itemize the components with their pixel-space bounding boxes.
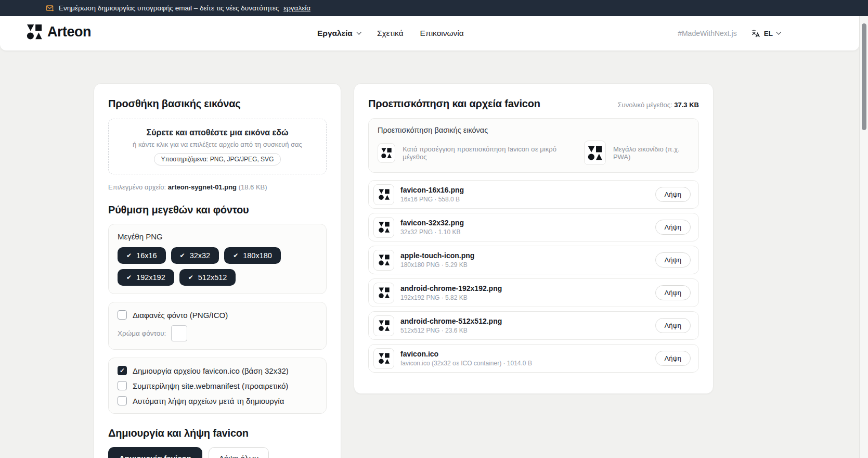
generate-title: Δημιουργία και λήψη favicon [108, 427, 327, 439]
favicon-generator-page: Ενημέρωση δημιουργίας υπογραφής email – … [0, 0, 868, 458]
size-chip-192x192[interactable]: ✔192x192 [118, 269, 174, 286]
preview-box-title: Προεπισκόπηση βασικής εικόνας [378, 126, 690, 134]
download-button[interactable]: Λήψη [655, 351, 691, 366]
file-thumbnail [373, 283, 394, 303]
png-sizes-box: Μεγέθη PNG ✔16x16 ✔32x32 ✔180x180 ✔192x1… [108, 224, 327, 294]
background-box: Διαφανές φόντο (PNG/ICO) Χρώμα φόντου: [108, 302, 327, 350]
check-icon: ✔ [180, 252, 185, 259]
checkbox-unchecked-icon[interactable] [118, 310, 127, 320]
bg-color-row: Χρώμα φόντου: [118, 325, 317, 341]
main-nav: Εργαλεία Σχετικά Επικοινωνία [317, 16, 464, 50]
small-preview-caption: Κατά προσέγγιση προεπισκόπηση favicon σε… [403, 145, 563, 161]
file-thumbnail [373, 184, 394, 205]
file-name: favicon.ico [400, 349, 532, 359]
generate-favicon-button[interactable]: Δημιουργία favicon [108, 447, 202, 458]
file-name: apple-touch-icon.png [400, 251, 474, 261]
file-thumbnail [373, 315, 394, 336]
announcement-text: Ενημέρωση δημιουργίας υπογραφής email – … [59, 4, 279, 12]
file-info: android-chrome-512x512.png 512x512 PNG ·… [400, 316, 502, 335]
size-chip-180x180[interactable]: ✔180x180 [224, 247, 281, 264]
file-meta: 192x192 PNG · 5.82 KB [400, 294, 502, 302]
selected-file-size: (18.6 KB) [239, 183, 267, 191]
announcement-link[interactable]: εργαλεία [283, 4, 310, 12]
file-info: favicon-16x16.png 16x16 PNG · 558.0 B [400, 185, 464, 203]
size-chip-16x16[interactable]: ✔16x16 [118, 247, 166, 264]
selected-file-name: arteon-sygnet-01.png [168, 183, 237, 191]
nav-item-about[interactable]: Σχετικά [377, 29, 404, 38]
checkbox-checked-icon[interactable]: ✓ [118, 366, 127, 375]
transparent-bg-checkbox-row[interactable]: Διαφανές φόντο (PNG/ICO) [118, 310, 317, 320]
base-image-preview-box: Προεπισκόπηση βασικής εικόνας Κατά προσέ… [368, 118, 699, 173]
announcement-banner: Ενημέρωση δημιουργίας υπογραφής email – … [0, 0, 868, 16]
small-favicon-preview [378, 143, 395, 163]
settings-title: Ρύθμιση μεγεθών και φόντου [108, 204, 327, 216]
preview-panel-header: Προεπισκόπηση και αρχεία favicon Συνολικ… [368, 98, 699, 110]
email-signature-icon [46, 4, 54, 12]
check-icon: ✔ [126, 274, 132, 281]
file-meta: 180x180 PNG · 5.29 KB [400, 261, 474, 269]
file-row-favicon-16: favicon-16x16.png 16x16 PNG · 558.0 B Λή… [368, 180, 699, 209]
made-with-badge: #MadeWithNext.js [678, 29, 737, 37]
size-chip-512x512[interactable]: ✔512x512 [179, 269, 236, 286]
download-all-button[interactable]: Λήψη όλων [209, 447, 269, 458]
arteon-favicon-icon [587, 145, 603, 161]
file-info: apple-touch-icon.png 180x180 PNG · 5.29 … [400, 251, 474, 269]
upload-settings-panel: Προσθήκη βασικής εικόνας Σύρετε και αποθ… [94, 83, 341, 458]
option-webmanifest-row[interactable]: Συμπερίληψη site.webmanifest (προαιρετικ… [118, 381, 317, 390]
size-chip-32x32[interactable]: ✔32x32 [171, 247, 219, 264]
total-size: Συνολικό μέγεθος: 37.3 KB [618, 101, 699, 109]
file-row-favicon-32: favicon-32x32.png 32x32 PNG · 1.10 KB Λή… [368, 213, 699, 241]
file-name: android-chrome-192x192.png [400, 284, 502, 294]
large-preview-caption: Μεγάλο εικονίδιο (π.χ. PWA) [613, 145, 690, 161]
brand-logo[interactable]: Arteon [26, 23, 91, 40]
page-scrollbar[interactable] [859, 16, 868, 458]
site-header: Arteon Εργαλεία Σχετικά Επικοινωνία #Mad… [0, 16, 859, 50]
chevron-down-icon [776, 29, 781, 34]
selected-file-line: Επιλεγμένο αρχείο: arteon-sygnet-01.png … [108, 183, 327, 191]
check-icon: ✔ [126, 252, 132, 259]
file-row-favicon-ico: favicon.ico favicon.ico (32x32 σε ICO co… [368, 344, 699, 373]
file-row-android-192: android-chrome-192x192.png 192x192 PNG ·… [368, 278, 699, 307]
dropzone-line2: ή κάντε κλικ για να επιλέξετε αρχείο από… [133, 141, 302, 148]
arteon-favicon-icon [378, 352, 390, 364]
download-button[interactable]: Λήψη [655, 252, 691, 268]
checkbox-unchecked-icon[interactable] [118, 381, 127, 390]
download-button[interactable]: Λήψη [655, 318, 691, 333]
file-thumbnail [373, 217, 394, 238]
arteon-favicon-icon [378, 188, 390, 200]
language-code: EL [764, 30, 773, 37]
download-button[interactable]: Λήψη [655, 285, 691, 300]
preview-box-row: Κατά προσέγγιση προεπισκόπηση favicon σε… [378, 141, 690, 165]
language-selector[interactable]: EL [750, 29, 780, 39]
file-info: android-chrome-192x192.png 192x192 PNG ·… [400, 284, 502, 302]
nav-item-tools[interactable]: Εργαλεία [317, 29, 360, 38]
file-name: favicon-16x16.png [400, 185, 464, 195]
translate-icon [750, 29, 760, 39]
bg-color-swatch[interactable] [171, 325, 187, 341]
total-size-value: 37.3 KB [674, 101, 699, 109]
file-row-android-512: android-chrome-512x512.png 512x512 PNG ·… [368, 311, 699, 340]
option-autodownload-row[interactable]: Αυτόματη λήψη αρχείων μετά τη δημιουργία [118, 396, 317, 405]
png-sizes-label: Μεγέθη PNG [118, 232, 317, 241]
arteon-favicon-icon [381, 147, 392, 159]
chevron-down-icon [356, 29, 361, 34]
file-row-apple-touch: apple-touch-icon.png 180x180 PNG · 5.29 … [368, 246, 699, 274]
download-button[interactable]: Λήψη [655, 187, 691, 202]
image-dropzone[interactable]: Σύρετε και αποθέστε μια εικόνα εδώ ή κάν… [108, 119, 327, 174]
generate-actions: Δημιουργία favicon Λήψη όλων [108, 447, 327, 458]
dropzone-line1: Σύρετε και αποθέστε μια εικόνα εδώ [147, 128, 289, 137]
nav-item-contact[interactable]: Επικοινωνία [420, 29, 464, 38]
large-favicon-preview [584, 141, 606, 165]
preview-files-panel: Προεπισκόπηση και αρχεία favicon Συνολικ… [354, 83, 714, 394]
download-button[interactable]: Λήψη [655, 220, 691, 235]
arteon-logo-icon [26, 23, 43, 40]
generated-files-list: favicon-16x16.png 16x16 PNG · 558.0 B Λή… [368, 180, 699, 373]
file-info: favicon-32x32.png 32x32 PNG · 1.10 KB [400, 218, 464, 236]
arteon-favicon-icon [378, 254, 390, 266]
option-favicon-ico-row[interactable]: ✓ Δημιουργία αρχείου favicon.ico (βάση 3… [118, 366, 317, 375]
preview-title: Προεπισκόπηση και αρχεία favicon [368, 98, 540, 110]
checkbox-unchecked-icon[interactable] [118, 396, 127, 405]
arteon-favicon-icon [378, 287, 390, 299]
scrollbar-thumb[interactable] [862, 23, 866, 130]
file-name: favicon-32x32.png [400, 218, 464, 228]
